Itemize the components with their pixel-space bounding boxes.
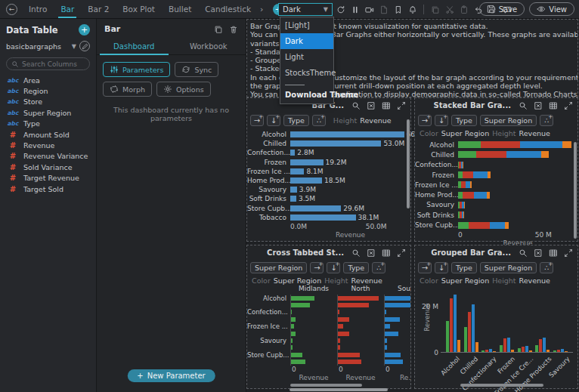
zoom-icon[interactable] xyxy=(519,101,528,110)
binding-value[interactable]: Super Region xyxy=(274,276,321,285)
bar[interactable] xyxy=(500,345,503,352)
bar[interactable] xyxy=(535,345,538,352)
bar[interactable] xyxy=(457,340,460,352)
bar[interactable] xyxy=(290,215,356,221)
bar-segment[interactable] xyxy=(458,151,476,158)
bar[interactable] xyxy=(291,310,292,314)
bar[interactable] xyxy=(450,298,453,352)
export-icon[interactable] xyxy=(534,248,543,258)
maximize-icon[interactable] xyxy=(564,101,573,110)
bar[interactable] xyxy=(291,332,296,336)
search-columns-input[interactable] xyxy=(22,60,85,68)
table-view-icon[interactable] xyxy=(382,101,391,110)
sheet-tab-bar-2[interactable]: Bar 2 xyxy=(81,0,116,18)
arrow-right-chip-icon[interactable]: →+ xyxy=(418,115,432,126)
bar[interactable] xyxy=(565,351,568,352)
bar[interactable] xyxy=(338,303,369,307)
bar[interactable] xyxy=(385,338,387,343)
arrow-down-chip-icon[interactable]: ↓+ xyxy=(267,115,280,126)
sheet-tab-bullet[interactable]: Bullet xyxy=(162,0,198,18)
tab-workbook[interactable]: Workbook xyxy=(172,39,246,54)
export-icon[interactable] xyxy=(367,248,376,258)
bar[interactable] xyxy=(385,324,390,329)
sheet-tab-box-plot[interactable]: Box Plot xyxy=(116,0,162,18)
bar-segment[interactable] xyxy=(463,211,464,218)
theme-menu-item-dark[interactable]: Dark xyxy=(280,33,333,49)
bar[interactable] xyxy=(291,296,314,301)
arrow-down-chip-icon[interactable]: ↓+ xyxy=(435,115,448,126)
bar-segment[interactable] xyxy=(458,222,469,229)
bar[interactable] xyxy=(338,360,361,364)
binding-value[interactable]: Revenue xyxy=(519,129,550,137)
chevron-down-icon[interactable]: ▼ xyxy=(72,43,76,50)
edit-table-button[interactable] xyxy=(79,41,90,51)
back-button[interactable]: ← xyxy=(6,4,17,15)
bar[interactable] xyxy=(290,140,381,147)
bar-segment[interactable] xyxy=(463,192,474,199)
binding-value[interactable]: Super Region xyxy=(441,129,489,137)
field-chip-type[interactable]: Type xyxy=(451,115,477,126)
stacked-bar-chart-widget[interactable]: Stacked Bar Gra...→+↓+TypeSuper Region∴+… xyxy=(414,97,578,242)
bar[interactable] xyxy=(385,360,403,364)
bar-segment[interactable] xyxy=(541,151,548,158)
bar[interactable] xyxy=(290,168,304,174)
bar-segment[interactable] xyxy=(463,171,473,178)
field-chip-type[interactable]: Type xyxy=(451,262,477,273)
bar[interactable] xyxy=(291,324,294,329)
bar[interactable] xyxy=(503,338,506,352)
field-chip-super-region[interactable]: Super Region xyxy=(480,262,537,273)
bar[interactable] xyxy=(475,342,478,352)
binding-value[interactable]: Revenue xyxy=(519,276,550,285)
parameters-button[interactable]: Parameters xyxy=(103,62,170,77)
sheet-tab-candlestick[interactable]: Candlestick xyxy=(198,0,258,18)
bar-segment[interactable] xyxy=(470,181,472,188)
bar[interactable] xyxy=(385,296,410,301)
maximize-icon[interactable] xyxy=(564,248,573,258)
scatter-chip-icon[interactable]: ∴+ xyxy=(540,115,553,126)
bar[interactable] xyxy=(472,304,475,352)
field-chip-super-region[interactable]: Super Region xyxy=(480,115,537,126)
arrow-down-chip-icon[interactable]: ↓+ xyxy=(327,262,340,273)
theme-menu-item-light[interactable]: Light xyxy=(280,49,333,65)
table-view-icon[interactable] xyxy=(382,248,391,258)
bar[interactable] xyxy=(385,353,401,357)
bar[interactable] xyxy=(468,312,471,352)
field-chip-type[interactable]: Type xyxy=(283,115,309,126)
theme-menu-item-stockstheme[interactable]: StocksTheme xyxy=(280,65,333,81)
column-item-target-revenue[interactable]: #Target Revenue xyxy=(0,173,96,184)
bar[interactable] xyxy=(338,310,339,314)
maximize-icon[interactable] xyxy=(397,101,406,110)
bar[interactable] xyxy=(385,332,398,336)
column-item-amount-sold[interactable]: #Amount Sold xyxy=(0,129,96,140)
bar[interactable] xyxy=(291,360,305,364)
trash-icon[interactable] xyxy=(229,25,238,34)
scatter-chip-icon[interactable]: ∴+ xyxy=(372,262,385,273)
bell-icon[interactable] xyxy=(407,5,417,15)
grouped-bar-chart-widget[interactable]: Grouped Bar Gra...→+↓+TypeSuper Region∴+… xyxy=(414,245,578,389)
column-item-region[interactable]: abcRegion xyxy=(0,85,96,96)
save-button[interactable]: Save xyxy=(479,2,525,16)
bar-segment[interactable] xyxy=(464,202,465,208)
binding-value[interactable]: Super Region xyxy=(441,276,489,285)
arrow-right-chip-icon[interactable]: →+ xyxy=(418,262,432,273)
theme-menu-item-light[interactable]: [Light] xyxy=(280,17,333,33)
zoom-icon[interactable] xyxy=(519,248,528,258)
bar[interactable] xyxy=(529,350,532,352)
bar[interactable] xyxy=(290,177,322,184)
bar[interactable] xyxy=(385,303,410,307)
pause-icon[interactable] xyxy=(350,5,360,15)
bar[interactable] xyxy=(338,338,340,343)
field-chip-super-region[interactable]: Super Region xyxy=(250,262,307,273)
bar[interactable] xyxy=(464,327,467,352)
bar-segment[interactable] xyxy=(487,192,490,199)
bar[interactable] xyxy=(291,345,293,350)
bookmark-icon[interactable] xyxy=(393,5,403,15)
field-chip-type[interactable]: Type xyxy=(343,262,369,273)
bar[interactable] xyxy=(290,187,297,193)
bar-segment[interactable] xyxy=(520,141,562,148)
bar-segment[interactable] xyxy=(562,141,571,148)
bar[interactable] xyxy=(518,348,521,352)
bar-segment[interactable] xyxy=(505,222,509,229)
table-view-icon[interactable] xyxy=(549,248,558,258)
bar[interactable] xyxy=(525,346,528,352)
